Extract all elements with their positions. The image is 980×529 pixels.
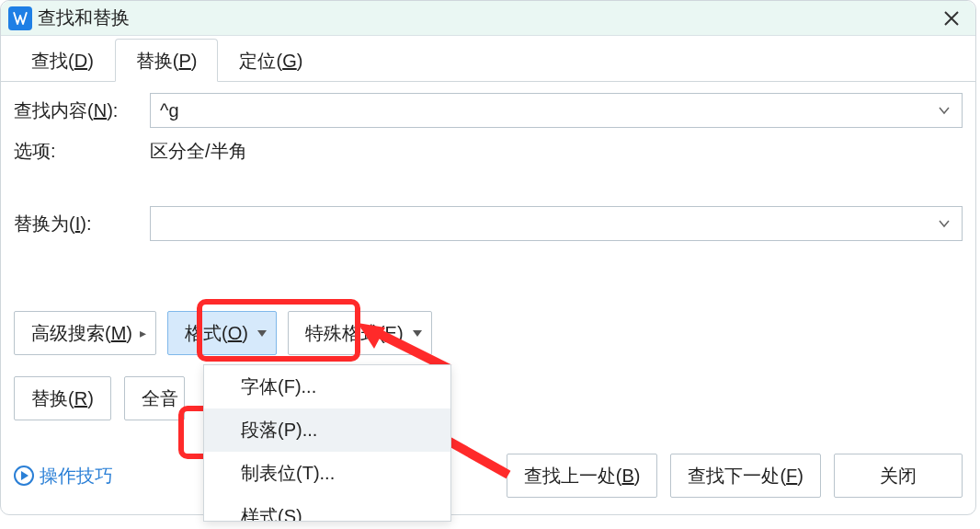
titlebar: 查找和替换 [1, 1, 975, 36]
menu-item-font[interactable]: 字体(F)... [204, 365, 450, 408]
replace-all-button-partial[interactable]: 全音 [124, 376, 185, 420]
close-button[interactable]: 关闭 [834, 454, 963, 498]
app-icon [8, 6, 32, 30]
action-buttons-row: 替换(R) 全音 [14, 376, 185, 420]
dialog-title: 查找和替换 [38, 6, 130, 30]
chevron-down-icon[interactable] [936, 102, 952, 119]
tab-bar: 查找(D) 替换(P) 定位(G) [1, 36, 975, 82]
search-buttons-row: 高级搜索(M) ▸ 格式(O) 特殊格式(E) [1, 311, 975, 355]
find-next-button[interactable]: 查找下一处(F) [670, 454, 821, 498]
chevron-down-icon[interactable] [936, 215, 952, 232]
options-label: 选项: [14, 139, 150, 164]
replace-with-input[interactable] [150, 206, 963, 241]
play-circle-icon [14, 466, 34, 486]
replace-with-row: 替换为(I): [1, 201, 975, 247]
options-value: 区分全/半角 [150, 139, 247, 164]
find-content-label: 查找内容(N): [14, 98, 150, 123]
tips-link[interactable]: 操作技巧 [14, 464, 113, 489]
menu-item-style-partial[interactable]: 样式(S) [204, 495, 450, 521]
dropdown-triangle-icon [413, 330, 422, 337]
replace-with-label: 替换为(I): [14, 212, 150, 236]
format-button[interactable]: 格式(O) [167, 311, 277, 355]
find-prev-button[interactable]: 查找上一处(B) [507, 454, 658, 498]
find-replace-dialog: 查找和替换 查找(D) 替换(P) 定位(G) 查找内容(N): ^g 选项: … [0, 0, 976, 515]
close-icon[interactable] [935, 5, 968, 32]
tab-replace[interactable]: 替换(P) [115, 39, 219, 82]
menu-item-paragraph[interactable]: 段落(P)... [204, 408, 450, 452]
bottom-bar: 操作技巧 查找上一处(B) 查找下一处(F) 关闭 [1, 454, 975, 498]
format-dropdown-menu: 字体(F)... 段落(P)... 制表位(T)... 样式(S) [203, 364, 451, 522]
options-row: 选项: 区分全/半角 [1, 133, 975, 169]
tab-find[interactable]: 查找(D) [10, 39, 115, 81]
find-content-value: ^g [160, 100, 936, 121]
advanced-search-button[interactable]: 高级搜索(M) ▸ [14, 311, 156, 355]
tips-label: 操作技巧 [40, 464, 113, 489]
find-content-input[interactable]: ^g [150, 93, 963, 128]
dropdown-triangle-icon [257, 330, 267, 337]
replace-button[interactable]: 替换(R) [14, 376, 111, 420]
find-content-row: 查找内容(N): ^g [1, 87, 975, 133]
menu-item-tabs[interactable]: 制表位(T)... [204, 452, 450, 495]
special-format-button[interactable]: 特殊格式(E) [288, 311, 432, 355]
tab-goto[interactable]: 定位(G) [218, 39, 324, 81]
